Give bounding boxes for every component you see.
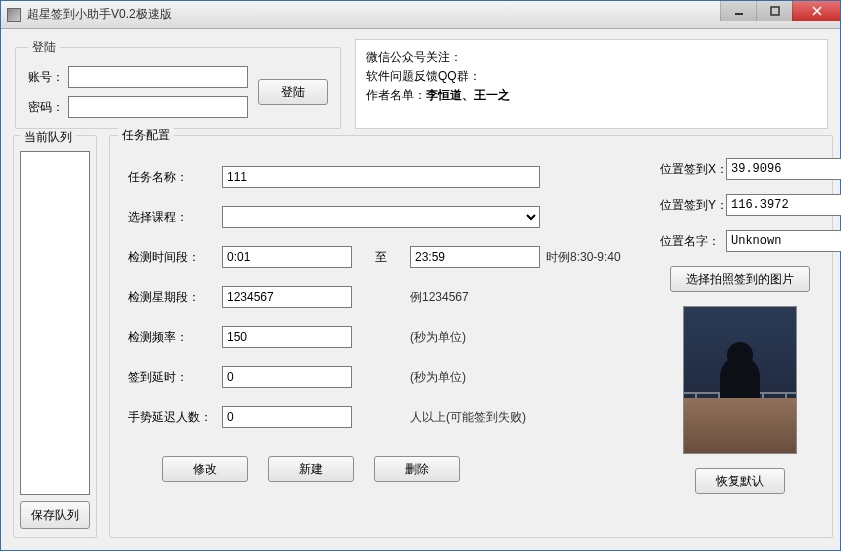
location-column: 位置签到X： 位置签到Y： 位置名字： 选择拍照签到的图片 (660, 158, 820, 494)
time-to-label: 至 (358, 249, 404, 266)
restore-default-button[interactable]: 恢复默认 (695, 468, 785, 494)
course-select[interactable] (222, 206, 540, 228)
task-form: 任务名称： 选择课程： 检测时间段： 至 时例8:30-9:40 检测星期段： (128, 166, 646, 428)
weekday-hint: 例1234567 (410, 289, 540, 306)
queue-legend: 当前队列 (20, 129, 76, 146)
loc-y-input[interactable] (726, 194, 841, 216)
task-group: 任务配置 任务名称： 选择课程： 检测时间段： 至 时例8:30-9:40 (109, 135, 833, 538)
account-label: 账号： (28, 69, 68, 86)
loc-x-input[interactable] (726, 158, 841, 180)
window-controls (720, 1, 840, 21)
task-name-label: 任务名称： (128, 169, 216, 186)
freq-unit: (秒为单位) (410, 329, 540, 346)
delay-label: 签到延时： (128, 369, 216, 386)
loc-name-input[interactable] (726, 230, 841, 252)
choose-image-button[interactable]: 选择拍照签到的图片 (670, 266, 810, 292)
authors: 李恒道、王一之 (426, 88, 510, 102)
minimize-button[interactable] (720, 1, 756, 21)
loc-y-label: 位置签到Y： (660, 197, 718, 214)
gesture-input[interactable] (222, 406, 352, 428)
maximize-button[interactable] (756, 1, 792, 21)
loc-name-label: 位置名字： (660, 233, 718, 250)
gesture-hint: 人以上(可能签到失败) (410, 409, 646, 426)
app-window: 超星签到小助手V0.2极速版 登陆 账号： (0, 0, 841, 551)
gesture-label: 手势延迟人数： (128, 409, 216, 426)
password-label: 密码： (28, 99, 68, 116)
delay-input[interactable] (222, 366, 352, 388)
account-input[interactable] (68, 66, 248, 88)
svg-rect-1 (771, 7, 779, 15)
info-line3: 作者名单：李恒道、王一之 (366, 86, 817, 105)
info-line1: 微信公众号关注： (366, 48, 817, 67)
info-line2: 软件问题反馈QQ群： (366, 67, 817, 86)
delay-unit: (秒为单位) (410, 369, 540, 386)
task-legend: 任务配置 (118, 127, 174, 144)
timerange-label: 检测时间段： (128, 249, 216, 266)
weekday-label: 检测星期段： (128, 289, 216, 306)
new-button[interactable]: 新建 (268, 456, 354, 482)
login-group: 登陆 账号： 密码： 登陆 (15, 39, 341, 129)
course-label: 选择课程： (128, 209, 216, 226)
save-queue-button[interactable]: 保存队列 (20, 501, 90, 529)
task-buttons: 修改 新建 删除 (128, 456, 646, 482)
app-icon (7, 8, 21, 22)
signin-image-preview[interactable] (683, 306, 797, 454)
queue-column: 当前队列 保存队列 (13, 135, 97, 538)
time-from-input[interactable] (222, 246, 352, 268)
weekday-input[interactable] (222, 286, 352, 308)
time-hint: 时例8:30-9:40 (546, 249, 646, 266)
time-to-input[interactable] (410, 246, 540, 268)
mid-row: 当前队列 保存队列 任务配置 任务名称： 选择课程： 检测时间段： (13, 135, 828, 538)
login-button[interactable]: 登陆 (258, 79, 328, 105)
modify-button[interactable]: 修改 (162, 456, 248, 482)
delete-button[interactable]: 删除 (374, 456, 460, 482)
login-legend: 登陆 (28, 39, 60, 56)
info-panel: 微信公众号关注： 软件问题反馈QQ群： 作者名单：李恒道、王一之 (355, 39, 828, 129)
freq-label: 检测频率： (128, 329, 216, 346)
task-name-input[interactable] (222, 166, 540, 188)
queue-list[interactable] (20, 151, 90, 495)
password-input[interactable] (68, 96, 248, 118)
loc-x-label: 位置签到X： (660, 161, 718, 178)
svg-rect-0 (735, 13, 743, 15)
freq-input[interactable] (222, 326, 352, 348)
top-row: 登陆 账号： 密码： 登陆 (13, 39, 828, 129)
close-button[interactable] (792, 1, 840, 21)
titlebar: 超星签到小助手V0.2极速版 (1, 1, 840, 29)
client-area: 登陆 账号： 密码： 登陆 (1, 29, 840, 550)
window-title: 超星签到小助手V0.2极速版 (27, 6, 172, 23)
